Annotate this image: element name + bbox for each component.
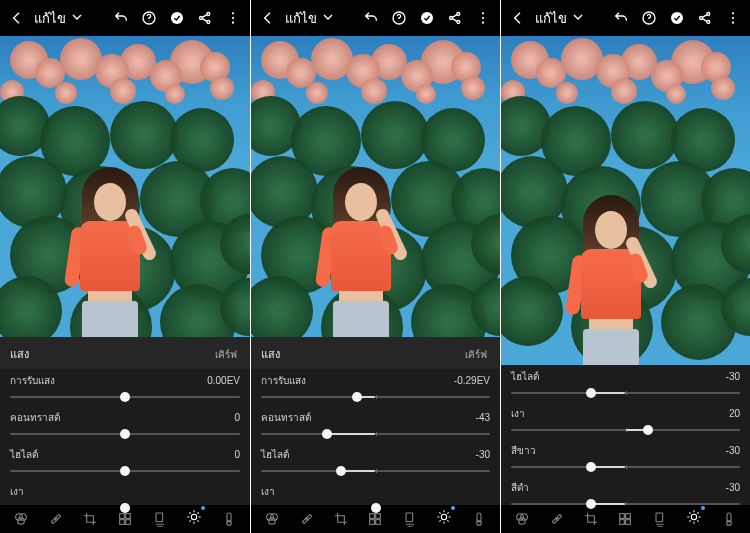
slider-contrast[interactable]: คอนทราสต์ 0: [0, 406, 250, 443]
slider-track[interactable]: [10, 427, 240, 441]
mode-dropdown[interactable]: แก้ไข: [34, 8, 85, 29]
slider-shadows[interactable]: เงา 20: [501, 402, 750, 439]
tool-versions-icon[interactable]: [150, 509, 170, 529]
tool-versions-icon[interactable]: [650, 509, 670, 529]
slider-label: คอนทราสต์: [261, 410, 311, 425]
slider-knob[interactable]: [120, 503, 130, 513]
help-icon[interactable]: [140, 9, 158, 27]
slider-whites[interactable]: สีขาว -30: [501, 439, 750, 476]
tool-profiles-icon[interactable]: [262, 509, 282, 529]
slider-knob[interactable]: [643, 425, 653, 435]
svg-point-60: [692, 514, 697, 519]
undo-icon[interactable]: [362, 9, 380, 27]
photo-canvas[interactable]: [501, 36, 750, 365]
svg-point-43: [649, 21, 650, 22]
tool-presets-icon[interactable]: [615, 509, 635, 529]
back-icon[interactable]: [509, 9, 527, 27]
undo-icon[interactable]: [612, 9, 630, 27]
slider-knob[interactable]: [120, 466, 130, 476]
mode-dropdown[interactable]: แก้ไข: [535, 8, 586, 29]
tool-color-icon[interactable]: [719, 509, 739, 529]
slider-knob[interactable]: [336, 466, 346, 476]
confirm-check-icon[interactable]: [168, 9, 186, 27]
help-icon[interactable]: [640, 9, 658, 27]
photo-canvas[interactable]: [0, 36, 250, 337]
slider-knob[interactable]: [371, 503, 381, 513]
tool-color-icon[interactable]: [469, 509, 489, 529]
slider-knob[interactable]: [120, 392, 130, 402]
tool-crop-icon[interactable]: [80, 509, 100, 529]
slider-value: 20: [729, 408, 740, 419]
svg-rect-16: [126, 520, 131, 525]
svg-point-39: [442, 514, 447, 519]
help-icon[interactable]: [390, 9, 408, 27]
slider-knob[interactable]: [586, 499, 596, 509]
slider-value: -30: [476, 449, 490, 460]
slider-track[interactable]: [261, 464, 490, 478]
svg-point-27: [482, 12, 484, 14]
svg-point-29: [482, 22, 484, 24]
tool-profiles-icon[interactable]: [11, 509, 31, 529]
slider-highlights[interactable]: ไฮไลต์ -30: [501, 365, 750, 402]
tool-crop-icon[interactable]: [331, 509, 351, 529]
top-app-bar: แก้ไข: [0, 0, 250, 36]
photo-subject-person: [301, 167, 421, 337]
curve-button[interactable]: เคิร์ฟ: [215, 347, 240, 362]
more-icon[interactable]: [724, 9, 742, 27]
slider-track[interactable]: [10, 464, 240, 478]
tool-versions-icon[interactable]: [400, 509, 420, 529]
slider-track[interactable]: [511, 386, 740, 400]
slider-exposure[interactable]: การรับแสง -0.29EV: [251, 369, 500, 406]
tool-healing-icon[interactable]: [46, 509, 66, 529]
tool-light-icon[interactable]: [684, 509, 704, 529]
slider-knob[interactable]: [586, 462, 596, 472]
svg-point-26: [457, 21, 460, 24]
slider-highlights[interactable]: ไฮไลต์ -30: [251, 443, 500, 480]
more-icon[interactable]: [474, 9, 492, 27]
tool-light-icon[interactable]: [184, 509, 204, 529]
undo-icon[interactable]: [112, 9, 130, 27]
panel-section-header: แสง เคิร์ฟ: [0, 337, 250, 369]
confirm-check-icon[interactable]: [668, 9, 686, 27]
share-icon[interactable]: [196, 9, 214, 27]
more-icon[interactable]: [224, 9, 242, 27]
share-icon[interactable]: [696, 9, 714, 27]
confirm-check-icon[interactable]: [418, 9, 436, 27]
svg-rect-36: [370, 520, 375, 525]
slider-knob[interactable]: [352, 392, 362, 402]
svg-point-10: [20, 514, 27, 521]
slider-track[interactable]: [261, 427, 490, 441]
slider-track[interactable]: [511, 423, 740, 437]
back-icon[interactable]: [259, 9, 277, 27]
share-icon[interactable]: [446, 9, 464, 27]
mode-label: แก้ไข: [535, 8, 567, 29]
slider-highlights[interactable]: ไฮไลต์ 0: [0, 443, 250, 480]
slider-knob[interactable]: [120, 429, 130, 439]
slider-contrast[interactable]: คอนทราสต์ -43: [251, 406, 500, 443]
slider-knob[interactable]: [586, 388, 596, 398]
svg-rect-57: [620, 520, 625, 525]
slider-value: 0.00EV: [207, 375, 240, 386]
curve-button[interactable]: เคิร์ฟ: [465, 347, 490, 362]
svg-point-50: [732, 22, 734, 24]
slider-label: ไฮไลต์: [261, 447, 289, 462]
tool-profiles-icon[interactable]: [512, 509, 532, 529]
tool-light-icon[interactable]: [434, 509, 454, 529]
svg-point-23: [421, 12, 433, 24]
slider-track[interactable]: [511, 460, 740, 474]
slider-exposure[interactable]: การรับแสง 0.00EV: [0, 369, 250, 406]
section-name: แสง: [10, 345, 29, 363]
slider-knob[interactable]: [322, 429, 332, 439]
tool-crop-icon[interactable]: [581, 509, 601, 529]
slider-track[interactable]: [261, 390, 490, 404]
back-icon[interactable]: [8, 9, 26, 27]
tool-healing-icon[interactable]: [547, 509, 567, 529]
caret-down-icon: [69, 9, 85, 28]
photo-canvas[interactable]: [251, 36, 500, 337]
svg-point-8: [232, 22, 234, 24]
tool-color-icon[interactable]: [219, 509, 239, 529]
slider-track[interactable]: [10, 390, 240, 404]
svg-point-1: [149, 21, 150, 22]
mode-dropdown[interactable]: แก้ไข: [285, 8, 336, 29]
tool-healing-icon[interactable]: [297, 509, 317, 529]
